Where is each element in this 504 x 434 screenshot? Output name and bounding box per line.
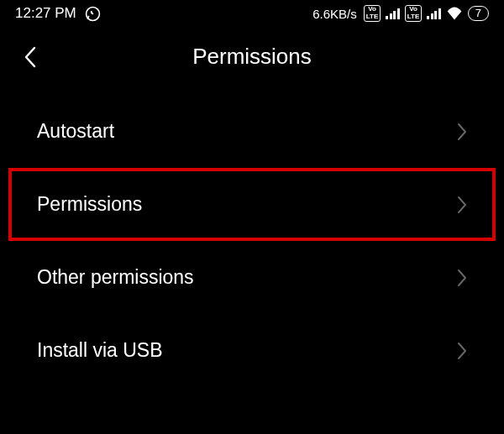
back-button[interactable] [24,46,37,68]
menu-item-permissions[interactable]: Permissions [8,168,496,241]
status-left: 12:27 PM [15,5,101,22]
menu-item-autostart[interactable]: Autostart [8,95,496,168]
status-bar: 12:27 PM 6.6KB/s VoLTE VoLTE [0,0,504,25]
menu-item-label: Autostart [37,120,114,143]
chevron-right-icon [457,342,467,360]
status-right: 6.6KB/s VoLTE VoLTE 7 [312,5,489,22]
menu-item-other-permissions[interactable]: Other permissions [8,241,496,314]
volte-badge-1: VoLTE [364,5,381,22]
network-speed: 6.6KB/s [312,7,357,21]
chevron-right-icon [457,269,467,287]
battery-indicator: 7 [468,6,489,21]
page-header: Permissions [0,25,504,95]
whatsapp-icon [85,6,101,22]
menu-item-install-via-usb[interactable]: Install via USB [8,314,496,387]
page-title: Permissions [17,44,487,70]
menu-item-label: Other permissions [37,266,194,289]
volte-badge-2: VoLTE [405,5,423,22]
menu-item-label: Permissions [37,193,142,216]
signal-bars-2 [427,8,441,19]
chevron-right-icon [457,196,467,214]
wifi-icon [446,7,463,20]
menu-list: Autostart Permissions Other permissions … [0,95,504,387]
menu-item-label: Install via USB [37,339,163,362]
chevron-right-icon [457,123,467,141]
signal-bars-1 [386,8,400,19]
status-time: 12:27 PM [15,5,76,22]
